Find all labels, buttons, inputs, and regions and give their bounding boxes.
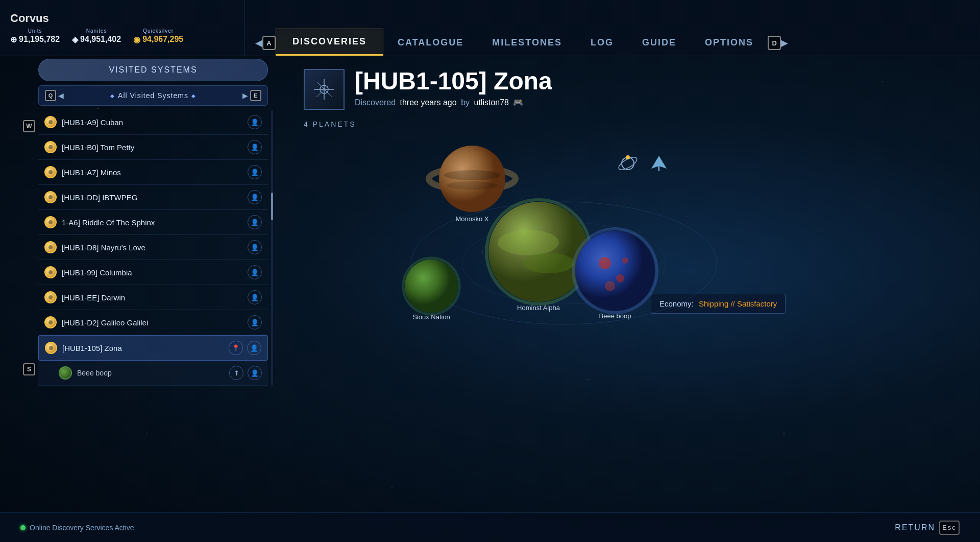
tab-catalogue[interactable]: CATALOGUE [383, 31, 478, 56]
status-bar: Online Discovery Services Active RETURN … [0, 512, 980, 542]
system-profile-btn-9[interactable]: 👤 [248, 315, 262, 329]
system-profile-btn-2[interactable]: 👤 [248, 140, 262, 154]
system-actions-10: 📍 👤 [229, 341, 261, 355]
system-icon-9 [44, 316, 57, 328]
planet-upload-btn-1[interactable]: ⬆ [229, 366, 243, 380]
nav-next-bracket[interactable]: D ▶ [768, 30, 788, 56]
system-profile-btn-1[interactable]: 👤 [248, 115, 262, 129]
system-item-10[interactable]: [HUB1-105] Zona 📍 👤 [38, 335, 268, 361]
system-profile-btn-6[interactable]: 👤 [248, 240, 262, 254]
planet-profile-btn-1[interactable]: 👤 [248, 366, 262, 380]
e-button: E [250, 90, 261, 101]
system-profile-btn-5[interactable]: 👤 [248, 215, 262, 229]
planet-label-beeeboop: Beee boop [599, 312, 631, 320]
tab-guide[interactable]: GUIDE [628, 31, 691, 56]
system-name-6: [HUB1-D8] Nayru's Love [62, 243, 242, 252]
planet-item-1[interactable]: Beee boop ⬆ 👤 [38, 361, 268, 386]
system-item-7[interactable]: [HUB1-99] Columbia 👤 [38, 260, 268, 285]
tab-options[interactable]: OPTIONS [691, 31, 768, 56]
svg-point-10 [444, 170, 500, 180]
system-name-10: [HUB1-105] Zona [62, 344, 224, 352]
system-actions-2: 👤 [248, 140, 262, 154]
system-item-4[interactable]: [HUB1-DD] IBTWPEG 👤 [38, 185, 268, 210]
system-icon-1 [44, 116, 57, 128]
system-profile-btn-10[interactable]: 👤 [247, 341, 261, 355]
system-profile-btn-4[interactable]: 👤 [248, 190, 262, 204]
tab-log[interactable]: LOG [576, 31, 628, 56]
system-name-5: 1-A6] Riddle Of The Sphinx [62, 218, 242, 227]
currency-row: Units ⊕ 91,195,782 Nanites ◈ 94,951,402 … [10, 28, 234, 44]
a-button: A [262, 36, 276, 50]
online-status-text: Online Discovery Services Active [30, 524, 134, 532]
planet-group-monosko[interactable]: Monosko X [429, 146, 516, 223]
player-name: Corvus [10, 12, 234, 25]
system-icon-6 [44, 241, 57, 253]
system-item-6[interactable]: [HUB1-D8] Nayru's Love 👤 [38, 235, 268, 260]
svg-point-14 [599, 257, 611, 269]
s-key[interactable]: S [23, 363, 35, 375]
next-arrow: ▶ [781, 37, 788, 49]
filter-label: ◆ All Visited Systems ◆ [68, 91, 238, 100]
quicksilver-value: ◉ 94,967,295 [133, 35, 183, 44]
nanites-value: ◈ 94,951,402 [72, 35, 121, 44]
units-currency: Units ⊕ 91,195,782 [10, 28, 60, 44]
system-item-1[interactable]: [HUB1-A9] Cuban 👤 [38, 110, 268, 135]
scrollbar-track[interactable] [271, 110, 273, 386]
quicksilver-label: Quicksilver [143, 28, 174, 34]
planet-actions-1: ⬆ 👤 [229, 366, 262, 380]
units-label: Units [28, 28, 42, 34]
filter-prev-arrow: ◀ [58, 91, 64, 100]
system-icon-2 [44, 141, 57, 153]
system-icon-7 [44, 266, 57, 278]
system-profile-btn-8[interactable]: 👤 [248, 290, 262, 304]
system-icon-8 [44, 291, 57, 303]
svg-point-16 [605, 281, 615, 291]
system-name-1: [HUB1-A9] Cuban [62, 118, 242, 127]
system-profile-btn-7[interactable]: 👤 [248, 265, 262, 279]
tab-milestones[interactable]: MILESTONES [478, 31, 576, 56]
planet-beeeboop[interactable] [575, 231, 655, 311]
system-item-2[interactable]: [HUB1-B0] Tom Petty 👤 [38, 135, 268, 160]
left-panel: VISITED SYSTEMS Q ◀ ◆ All Visited System… [38, 59, 268, 511]
scrollbar-thumb [271, 193, 273, 220]
w-key[interactable]: W [23, 120, 35, 132]
online-dot [20, 525, 26, 530]
system-pin-btn-10[interactable]: 📍 [229, 341, 243, 355]
system-actions-3: 👤 [248, 165, 262, 179]
system-actions-1: 👤 [248, 115, 262, 129]
planet-group-beeeboop[interactable]: Beee boop [573, 229, 657, 320]
tab-discoveries[interactable]: DISCOVERIES [276, 29, 383, 56]
return-label: RETURN [895, 523, 935, 532]
system-item-3[interactable]: [HUB1-A7] Minos 👤 [38, 160, 268, 185]
system-actions-5: 👤 [248, 215, 262, 229]
planet-label-monosko: Monosko X [455, 215, 488, 223]
filter-prev-btn[interactable]: Q ◀ [45, 90, 64, 101]
system-item-9[interactable]: [HUB1-D2] Galileo Galilei 👤 [38, 310, 268, 335]
system-name-7: [HUB1-99] Columbia [62, 268, 242, 277]
system-name-9: [HUB1-D2] Galileo Galilei [62, 318, 242, 327]
system-list: [HUB1-A9] Cuban 👤 [HUB1-B0] Tom Petty 👤 … [38, 110, 268, 386]
svg-point-11 [447, 181, 498, 190]
system-item-5[interactable]: 1-A6] Riddle Of The Sphinx 👤 [38, 210, 268, 235]
d-button: D [768, 36, 781, 50]
quicksilver-currency: Quicksilver ◉ 94,967,295 [133, 28, 183, 44]
filter-next-btn[interactable]: ▶ E [242, 90, 261, 101]
planet-sioux[interactable] [405, 260, 458, 313]
visited-systems-title: VISITED SYSTEMS [38, 59, 268, 81]
nav-prev-bracket[interactable]: ◀ A [255, 30, 276, 56]
system-item-8[interactable]: [HUB1-EE] Darwin 👤 [38, 285, 268, 310]
planet-label-hominst: Hominst Alpha [517, 304, 560, 312]
online-status: Online Discovery Services Active [20, 524, 134, 532]
system-actions-7: 👤 [248, 265, 262, 279]
svg-point-12 [498, 230, 559, 255]
planet-icon-1 [59, 366, 72, 380]
prev-arrow: ◀ [255, 37, 262, 49]
system-actions-9: 👤 [248, 315, 262, 329]
system-profile-btn-3[interactable]: 👤 [248, 165, 262, 179]
return-button[interactable]: RETURN Esc [895, 521, 960, 535]
planet-group-sioux[interactable]: Sioux Nation [403, 258, 459, 321]
player-info: Corvus Units ⊕ 91,195,782 Nanites ◈ 94,9… [0, 0, 245, 56]
system-name-2: [HUB1-B0] Tom Petty [62, 143, 242, 152]
planet-visualization: Monosko X Hominst Alpha Sioux Nation [283, 59, 980, 512]
system-list-container: W [HUB1-A9] Cuban 👤 [HUB1-B0] Tom Petty … [38, 110, 268, 386]
